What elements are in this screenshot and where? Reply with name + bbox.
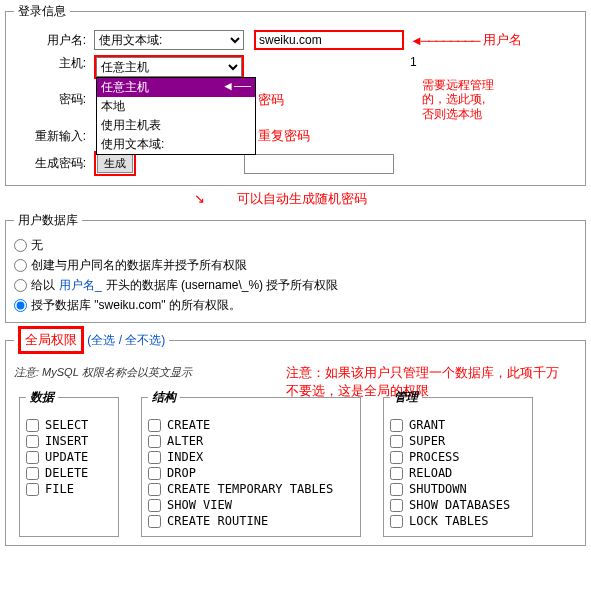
username-mode-select[interactable]: 使用文本域:: [94, 30, 244, 50]
password-label: 密码:: [14, 91, 94, 108]
priv-show-db[interactable]: [390, 499, 403, 512]
priv-lock[interactable]: [390, 515, 403, 528]
priv-create-temp[interactable]: [148, 483, 161, 496]
gen-label: 生成密码:: [14, 155, 94, 172]
login-legend: 登录信息: [14, 3, 70, 20]
priv-data-box: 数据 SELECT INSERT UPDATE DELETE FILE: [19, 389, 119, 537]
priv-admin-title: 管理: [390, 389, 422, 406]
priv-insert[interactable]: [26, 435, 39, 448]
global-priv-fieldset: 全局权限 (全选 / 全不选) 注意：如果该用户只管理一个数据库，此项千万不要选…: [5, 326, 586, 546]
host-dropdown-list: 任意主机◄── 本地 使用主机表 使用文本域:: [96, 77, 256, 155]
priv-grant[interactable]: [390, 419, 403, 432]
host-footnote: 1: [410, 55, 417, 69]
priv-create-routine[interactable]: [148, 515, 161, 528]
userdb-legend: 用户数据库: [14, 212, 82, 229]
db-radio-same[interactable]: [14, 259, 27, 272]
username-label: 用户名:: [14, 32, 94, 49]
priv-struct-box: 结构 CREATE ALTER INDEX DROP CREATE TEMPOR…: [141, 389, 361, 537]
priv-struct-title: 结构: [148, 389, 180, 406]
priv-index[interactable]: [148, 451, 161, 464]
generated-password-input[interactable]: [244, 154, 394, 174]
host-option-any[interactable]: 任意主机◄──: [97, 78, 255, 97]
priv-alter[interactable]: [148, 435, 161, 448]
username-input[interactable]: [254, 30, 404, 50]
host-label: 主机:: [14, 55, 94, 72]
userdb-fieldset: 用户数据库 无 创建与用户同名的数据库并授予所有权限 给以 用户名_ 开头的数据…: [5, 212, 586, 323]
db-radio-grant[interactable]: [14, 299, 27, 312]
priv-admin-box: 管理 GRANT SUPER PROCESS RELOAD SHUTDOWN S…: [383, 389, 533, 537]
login-fieldset: 登录信息 用户名: 使用文本域: ◄──────── 用户名 主机: 任意主机 …: [5, 3, 586, 186]
host-annotation: 需要远程管理 的，选此项, 否则选本地: [422, 78, 494, 121]
arrow-icon: ◄────────: [410, 33, 479, 48]
arrow-icon: ↘: [194, 191, 203, 206]
priv-update[interactable]: [26, 451, 39, 464]
db-radio-none[interactable]: [14, 239, 27, 252]
priv-create[interactable]: [148, 419, 161, 432]
priv-delete[interactable]: [26, 467, 39, 480]
priv-process[interactable]: [390, 451, 403, 464]
priv-super[interactable]: [390, 435, 403, 448]
global-priv-legend: 全局权限 (全选 / 全不选): [14, 326, 169, 354]
host-option-table[interactable]: 使用主机表: [97, 116, 255, 135]
db-radio-prefix[interactable]: [14, 279, 27, 292]
username-prefix-link[interactable]: 用户名_: [59, 277, 102, 294]
host-option-local[interactable]: 本地: [97, 97, 255, 116]
check-all-link[interactable]: 全选: [91, 333, 115, 347]
uncheck-all-link[interactable]: 全不选: [125, 333, 161, 347]
retype-label: 重新输入:: [14, 128, 94, 145]
priv-data-title: 数据: [26, 389, 58, 406]
priv-shutdown[interactable]: [390, 483, 403, 496]
username-annotation: 用户名: [483, 31, 522, 49]
host-option-text[interactable]: 使用文本域:: [97, 135, 255, 154]
priv-reload[interactable]: [390, 467, 403, 480]
priv-show-view[interactable]: [148, 499, 161, 512]
gen-annotation: 可以自动生成随机密码: [237, 191, 367, 206]
priv-select[interactable]: [26, 419, 39, 432]
priv-file[interactable]: [26, 483, 39, 496]
generate-button[interactable]: 生成: [97, 154, 133, 173]
priv-drop[interactable]: [148, 467, 161, 480]
host-dropdown[interactable]: 任意主机 任意主机◄── 本地 使用主机表 使用文本域:: [94, 55, 244, 79]
password-helper: 密码: [258, 91, 408, 109]
global-title: 全局权限: [18, 326, 84, 354]
retype-helper: 重复密码: [258, 127, 310, 145]
